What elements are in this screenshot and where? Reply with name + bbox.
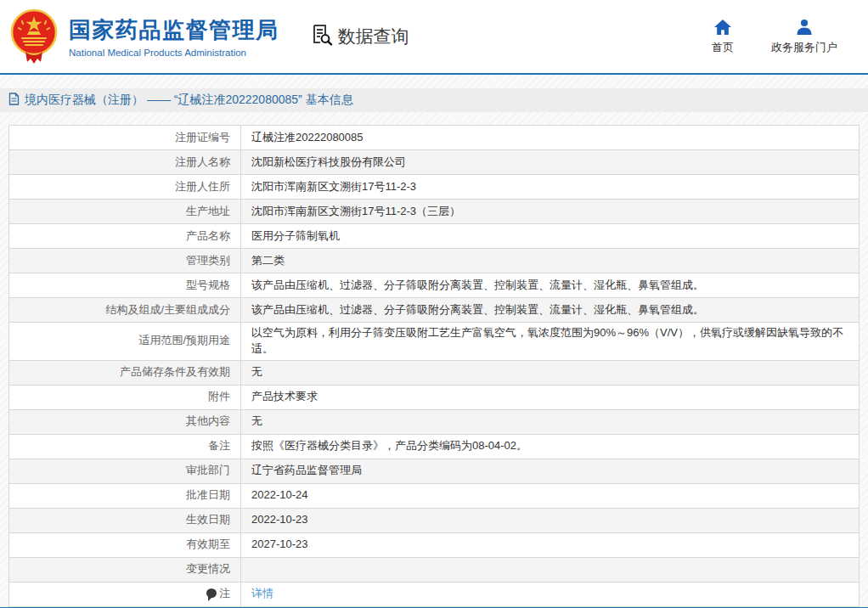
table-row: 变更情况 — [9, 557, 860, 582]
row-value: 无 — [241, 409, 860, 434]
row-value: 详情 — [241, 582, 860, 606]
home-link[interactable]: 首页 — [712, 19, 734, 55]
row-label: 适用范围/预期用途 — [9, 323, 241, 361]
main-content: 境内医疗器械（注册） —— “辽械注准20222080085” 基本信息 注册证… — [0, 75, 868, 607]
row-value: 该产品由压缩机、过滤器、分子筛吸附分离装置、控制装置、流量计、湿化瓶、鼻氧管组成… — [241, 273, 860, 298]
national-emblem-logo — [7, 8, 61, 65]
row-value: 沈阳市浑南新区文溯街17号11-2-3 — [241, 175, 860, 200]
row-label: 附件 — [9, 385, 241, 409]
home-label: 首页 — [712, 40, 734, 55]
data-query-label: 数据查询 — [338, 25, 409, 48]
row-value: 无 — [241, 360, 860, 385]
table-row: 注册人名称沈阳新松医疗科技股份有限公司 — [9, 150, 860, 175]
row-label: 产品储存条件及有效期 — [9, 360, 241, 385]
table-row: 附件产品技术要求 — [9, 385, 860, 409]
table-row: 适用范围/预期用途以空气为原料，利用分子筛变压吸附工艺生产富氧空气，氧浓度范围为… — [9, 323, 860, 361]
page-title: 境内医疗器械（注册） —— “辽械注准20222080085” 基本信息 — [25, 93, 353, 108]
brand-title-cn: 国家药品监督管理局 — [69, 15, 279, 45]
table-row: 有效期至2027-10-23 — [9, 532, 860, 557]
row-value: 辽宁省药品监督管理局 — [241, 459, 860, 483]
row-label: 生效日期 — [9, 508, 241, 532]
row-value: 2022-10-23 — [241, 508, 860, 532]
table-row: 注册人住所沈阳市浑南新区文溯街17号11-2-3 — [9, 175, 860, 200]
table-row: 注详情 — [9, 582, 860, 606]
page-title-bar: 境内医疗器械（注册） —— “辽械注准20222080085” 基本信息 — [0, 88, 868, 112]
row-label: 结构及组成/主要组成成分 — [9, 298, 241, 323]
table-row: 其他内容无 — [9, 409, 860, 434]
row-label: 注册人住所 — [9, 175, 241, 200]
row-value — [241, 557, 860, 582]
row-label: 有效期至 — [9, 532, 241, 557]
data-query-heading: 数据查询 — [310, 23, 409, 50]
header: 国家药品监督管理局 National Medical Products Admi… — [0, 0, 868, 75]
row-value: 2022-10-24 — [241, 483, 860, 508]
home-icon — [713, 19, 732, 36]
brand: 国家药品监督管理局 National Medical Products Admi… — [7, 8, 279, 65]
table-row: 结构及组成/主要组成成分该产品由压缩机、过滤器、分子筛吸附分离装置、控制装置、流… — [9, 298, 860, 323]
row-label: 备注 — [9, 434, 241, 459]
table-row: 产品名称医用分子筛制氧机 — [9, 224, 860, 249]
user-icon — [795, 19, 814, 36]
registration-info-table: 注册证编号辽械注准20222080085注册人名称沈阳新松医疗科技股份有限公司注… — [8, 125, 860, 607]
table-row: 产品储存条件及有效期无 — [9, 360, 860, 385]
table-row: 备注按照《医疗器械分类目录》，产品分类编码为08-04-02。 — [9, 434, 860, 459]
row-value: 该产品由压缩机、过滤器、分子筛吸附分离装置、控制装置、流量计、湿化瓶、鼻氧管组成… — [241, 298, 860, 323]
row-label: 产品名称 — [9, 224, 241, 249]
row-label: 注 — [9, 582, 241, 606]
row-value: 医用分子筛制氧机 — [241, 224, 860, 249]
comment-bubble-icon — [206, 588, 217, 598]
row-value: 2027-10-23 — [241, 532, 860, 557]
row-label: 其他内容 — [9, 409, 241, 434]
row-value: 辽械注准20222080085 — [241, 126, 860, 150]
table-row: 批准日期2022-10-24 — [9, 483, 860, 508]
table-row: 生效日期2022-10-23 — [9, 508, 860, 532]
document-search-icon — [310, 23, 333, 50]
row-label: 管理类别 — [9, 249, 241, 273]
table-row: 管理类别第二类 — [9, 249, 860, 273]
table-row: 生产地址沈阳市浑南新区文溯街17号11-2-3（三层） — [9, 200, 860, 224]
row-value: 沈阳新松医疗科技股份有限公司 — [241, 150, 860, 175]
brand-title-en: National Medical Products Administration — [69, 48, 279, 58]
row-value: 产品技术要求 — [241, 385, 860, 409]
header-nav: 首页 政务服务门户 — [712, 19, 837, 55]
document-icon — [8, 93, 20, 108]
portal-link[interactable]: 政务服务门户 — [771, 19, 837, 55]
brand-text: 国家药品监督管理局 National Medical Products Admi… — [69, 15, 279, 58]
row-label: 注册证编号 — [9, 126, 241, 150]
row-label: 型号规格 — [9, 273, 241, 298]
row-value: 沈阳市浑南新区文溯街17号11-2-3（三层） — [241, 200, 860, 224]
row-label: 批准日期 — [9, 483, 241, 508]
detail-link[interactable]: 详情 — [251, 587, 273, 600]
row-label: 审批部门 — [9, 459, 241, 483]
table-row: 型号规格该产品由压缩机、过滤器、分子筛吸附分离装置、控制装置、流量计、湿化瓶、鼻… — [9, 273, 860, 298]
table-row: 注册证编号辽械注准20222080085 — [9, 126, 860, 150]
row-value: 按照《医疗器械分类目录》，产品分类编码为08-04-02。 — [241, 434, 860, 459]
row-label: 生产地址 — [9, 200, 241, 224]
page: 国家药品监督管理局 National Medical Products Admi… — [0, 0, 868, 608]
row-value: 第二类 — [241, 249, 860, 273]
table-row: 审批部门辽宁省药品监督管理局 — [9, 459, 860, 483]
portal-label: 政务服务门户 — [771, 40, 837, 55]
row-value: 以空气为原料，利用分子筛变压吸附工艺生产富氧空气，氧浓度范围为90%～96%（V… — [241, 323, 860, 361]
row-label: 变更情况 — [9, 557, 241, 582]
row-label: 注册人名称 — [9, 150, 241, 175]
